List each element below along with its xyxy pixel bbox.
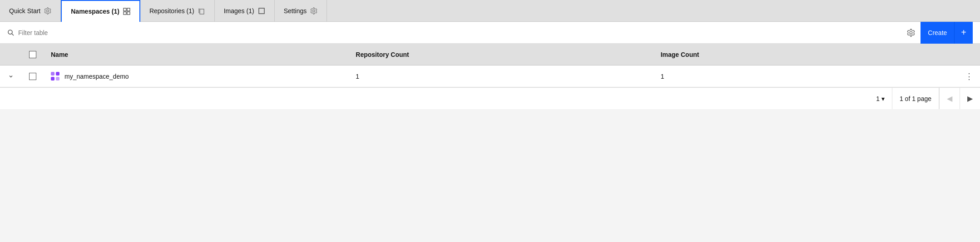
toolbar-right: Create + — [901, 22, 973, 44]
row-select-checkbox[interactable] — [29, 73, 36, 80]
th-checkbox[interactable] — [22, 51, 44, 58]
tab-settings[interactable]: Settings — [275, 0, 327, 21]
create-button-plus: + — [954, 22, 973, 44]
tab-quick-start-label: Quick Start — [9, 7, 40, 15]
page-size-chevron: ▾ — [881, 95, 885, 102]
table-settings-button[interactable] — [901, 25, 921, 40]
tab-bar: Quick Start Namespaces (1) Repositories … — [0, 0, 980, 22]
page-nav: ◀ ▶ — [939, 88, 980, 109]
search-input[interactable] — [18, 29, 898, 36]
settings-gear-icon — [310, 7, 317, 15]
svg-rect-5 — [259, 8, 264, 14]
overflow-menu-button[interactable]: ⋮ — [961, 70, 977, 83]
row-name-cell: my_namespace_demo — [44, 72, 348, 81]
row-overflow-actions[interactable]: ⋮ — [958, 70, 980, 83]
table-header: Name Repository Count Image Count — [0, 44, 980, 66]
row-repo-count: 1 — [348, 73, 653, 80]
pagination: 1 ▾ 1 of 1 page ◀ ▶ — [0, 87, 980, 109]
namespace-icon — [51, 72, 60, 81]
namespace-name: my_namespace_demo — [64, 73, 129, 80]
square-icon — [258, 7, 265, 15]
tab-namespaces[interactable]: Namespaces (1) — [61, 0, 140, 22]
create-button[interactable]: Create + — [921, 22, 973, 44]
prev-page-button[interactable]: ◀ — [939, 88, 960, 109]
search-icon — [7, 29, 15, 36]
page-info: 1 of 1 page — [892, 88, 939, 109]
prev-page-icon: ◀ — [947, 94, 952, 103]
tab-quick-start[interactable]: Quick Start — [0, 0, 61, 21]
tab-namespaces-label: Namespaces (1) — [71, 8, 119, 15]
row-expand-button[interactable] — [0, 74, 22, 79]
gear-icon — [44, 7, 51, 15]
grid-icon — [123, 8, 130, 15]
tab-images[interactable]: Images (1) — [215, 0, 275, 21]
svg-rect-2 — [124, 12, 126, 15]
row-checkbox[interactable] — [22, 73, 44, 80]
tab-repositories-label: Repositories (1) — [149, 7, 194, 15]
row-image-count: 1 — [653, 73, 958, 80]
svg-rect-1 — [127, 8, 130, 11]
page-size-selector[interactable]: 1 ▾ — [869, 88, 892, 109]
select-all-checkbox[interactable] — [29, 51, 36, 58]
toolbar: Create + — [0, 22, 980, 44]
copy-icon — [198, 7, 205, 15]
table-container: Name Repository Count Image Count my_nam… — [0, 44, 980, 87]
create-button-label: Create — [921, 22, 954, 44]
page-size-value: 1 — [876, 95, 880, 102]
next-page-button[interactable]: ▶ — [960, 88, 980, 109]
svg-line-7 — [12, 34, 14, 35]
tab-repositories[interactable]: Repositories (1) — [140, 0, 215, 21]
svg-rect-4 — [200, 9, 204, 14]
svg-rect-3 — [127, 12, 130, 15]
svg-point-6 — [8, 30, 12, 34]
th-repo-count: Repository Count — [348, 51, 653, 58]
tab-settings-label: Settings — [284, 7, 307, 15]
next-page-icon: ▶ — [967, 94, 973, 103]
svg-rect-0 — [124, 8, 126, 11]
th-name: Name — [44, 51, 348, 58]
table-row: my_namespace_demo 1 1 ⋮ — [0, 66, 980, 87]
tab-images-label: Images (1) — [224, 7, 254, 15]
th-image-count: Image Count — [653, 51, 958, 58]
